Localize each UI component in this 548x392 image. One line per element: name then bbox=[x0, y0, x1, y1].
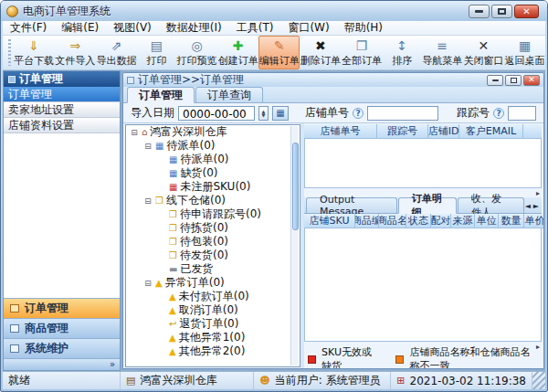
detail-tab-inactive[interactable]: Output Message bbox=[306, 197, 397, 213]
column-header[interactable]: 单价 bbox=[524, 214, 544, 228]
minimize-button[interactable] bbox=[469, 5, 490, 18]
menu-item[interactable]: 工具(T) bbox=[229, 20, 281, 36]
detail-tab-active[interactable]: 订单明细 bbox=[398, 197, 457, 214]
sidebar-item[interactable]: 卖家地址设置 bbox=[4, 102, 120, 118]
tree-node[interactable]: ↩退货订单(0) bbox=[126, 317, 300, 331]
scroll-right-icon[interactable]: ▸ bbox=[536, 189, 540, 197]
sidebar-nav-button[interactable]: 系统维护 bbox=[4, 338, 120, 358]
scrollbar-thumb[interactable] bbox=[292, 143, 299, 230]
toolbar-button-return-desktop[interactable]: ▦返回桌面 bbox=[504, 36, 545, 69]
tree-node[interactable]: ❒待包装(0) bbox=[126, 235, 300, 249]
column-header[interactable]: 跟踪号 bbox=[377, 124, 428, 139]
tree-node[interactable]: ▦待派单(0) bbox=[126, 153, 300, 166]
tab-scroll-right-icon[interactable]: ► bbox=[533, 202, 539, 210]
tree-scrollbar[interactable] bbox=[290, 126, 299, 366]
toolbar-button-file-import[interactable]: ⇒文件导入 bbox=[55, 36, 96, 69]
tab-scroll-left-icon[interactable]: ◄ bbox=[525, 202, 531, 210]
tree-node[interactable]: ▲其他异常1(0) bbox=[126, 331, 300, 344]
delete-order-icon: ✖ bbox=[315, 38, 326, 53]
tree-node[interactable]: ⊟⌂鸿富兴深圳仓库 bbox=[126, 125, 300, 139]
toolbar-button-delete-order[interactable]: ✖删除订单 bbox=[300, 36, 341, 69]
tree-node[interactable]: ❒待发货(0) bbox=[126, 249, 300, 262]
toolbar-button-all-orders[interactable]: ❐全部订单 bbox=[342, 36, 383, 69]
toolbar-button-edit-order[interactable]: ✎编辑订单 bbox=[258, 36, 300, 69]
expander-collapse-icon[interactable]: ⊟ bbox=[143, 279, 153, 288]
menu-item[interactable]: 帮助(H) bbox=[337, 20, 390, 36]
column-header[interactable]: 状态 bbox=[406, 214, 431, 228]
child-window-controls: ✕ bbox=[487, 75, 540, 86]
tree-node[interactable]: ▲取消订单(0) bbox=[126, 303, 300, 317]
column-header[interactable]: 来源 bbox=[451, 214, 475, 228]
import-date-input[interactable]: 0000-00-00 bbox=[178, 106, 255, 121]
shop-order-input[interactable] bbox=[367, 106, 438, 121]
toolbar-button-export-data[interactable]: ⇗导出数据 bbox=[96, 36, 137, 69]
child-minimize-button[interactable] bbox=[487, 75, 503, 86]
column-header[interactable]: 店铺单号 bbox=[304, 124, 377, 139]
column-header[interactable]: 客户EMAIL bbox=[459, 124, 523, 139]
tree-node[interactable]: ⊟▲异常订单(0) bbox=[126, 276, 300, 290]
expander-collapse-icon[interactable]: ⊟ bbox=[130, 128, 139, 137]
platform-download-icon: ⇓ bbox=[28, 38, 39, 53]
warehouse-icon: ⌂ bbox=[142, 128, 147, 137]
title-bar: 电商订单管理系统 bbox=[1, 1, 547, 21]
sidebar-nav-button[interactable]: 商品管理 bbox=[4, 318, 120, 338]
menu-item[interactable]: 视图(V) bbox=[106, 20, 159, 36]
tree-node[interactable]: ▬已发货 bbox=[126, 262, 300, 276]
calendar-button[interactable]: ▦ bbox=[272, 106, 289, 121]
detail-tab-strip: Output Message订单明细收、发件人◄► bbox=[304, 197, 542, 214]
toolbar-button-close-window[interactable]: ✕关闭窗口 bbox=[463, 36, 504, 69]
column-header[interactable]: 单位 bbox=[475, 214, 499, 228]
expander-collapse-icon[interactable]: ⊟ bbox=[143, 142, 153, 151]
column-header[interactable]: 商品编 bbox=[355, 214, 379, 228]
help-icon[interactable]: ? bbox=[353, 108, 364, 119]
column-header[interactable]: 店铺SKU bbox=[304, 214, 355, 228]
menu-item[interactable]: 编辑(E) bbox=[54, 20, 106, 36]
menu-item[interactable]: 数据处理(I) bbox=[159, 20, 229, 36]
sidebar-nav-button[interactable]: 订单管理 bbox=[4, 298, 120, 318]
date-spinner[interactable]: ▲▼ bbox=[258, 106, 269, 121]
tree-node[interactable]: ⊟▦待派单(0) bbox=[126, 139, 300, 153]
nav-button-icon bbox=[10, 324, 19, 333]
column-header[interactable]: 数量 bbox=[499, 214, 524, 228]
tree-node[interactable]: ❒待申请跟踪号(0) bbox=[126, 207, 300, 221]
resize-grip[interactable] bbox=[532, 372, 545, 389]
tracking-label: 跟踪号 bbox=[457, 105, 490, 121]
column-header[interactable]: 店铺ID bbox=[428, 124, 459, 139]
close-button[interactable]: ✕ bbox=[514, 5, 539, 18]
orders-table-header: 店铺单号跟踪号店铺ID客户EMAIL bbox=[304, 124, 542, 139]
sidebar-chevron-bar[interactable]: » bbox=[4, 358, 120, 370]
tree-node[interactable]: ❒待拣货(0) bbox=[126, 221, 300, 235]
tree-node[interactable]: ⊟❒线下仓储(0) bbox=[126, 194, 300, 207]
tree-node[interactable]: ▦缺货(0) bbox=[126, 166, 300, 180]
toolbar-button-nav-menu[interactable]: ≡导航菜单 bbox=[422, 36, 463, 69]
toolbar-button-print-preview[interactable]: ◎打印预览 bbox=[176, 36, 217, 69]
column-header[interactable]: 商品名 bbox=[379, 214, 406, 228]
toolbar-button-label: 全部订单 bbox=[342, 54, 382, 68]
child-maximize-button[interactable] bbox=[505, 75, 522, 86]
tracking-input[interactable] bbox=[508, 106, 536, 121]
nav-button-label: 订单管理 bbox=[25, 301, 68, 316]
column-header[interactable]: 配对 bbox=[431, 214, 451, 228]
tab-inactive[interactable]: 订单查询 bbox=[195, 87, 263, 102]
tree-node[interactable]: ▲未付款订单(0) bbox=[126, 290, 300, 303]
toolbar-button-sort[interactable]: ↕排序 bbox=[383, 36, 422, 69]
toolbar-button-print[interactable]: ▤打印 bbox=[137, 36, 176, 69]
maximize-button[interactable] bbox=[491, 5, 512, 18]
expander-collapse-icon[interactable]: ⊟ bbox=[143, 196, 153, 206]
tree-node-label: 其他异常2(0) bbox=[179, 344, 246, 359]
tree-node[interactable]: ▦未注册SKU(0) bbox=[126, 180, 300, 194]
tab-active[interactable]: 订单管理 bbox=[127, 87, 195, 103]
sidebar-item[interactable]: 订单管理 bbox=[4, 87, 120, 102]
toolbar-button-platform-download[interactable]: ⇓平台下载 bbox=[14, 36, 55, 69]
menu-item[interactable]: 文件(F) bbox=[3, 20, 54, 36]
menu-bar: 文件(F)编辑(E)视图(V)数据处理(I)工具(T)窗口(W)帮助(H) bbox=[3, 21, 545, 36]
close-icon: ✕ bbox=[522, 7, 530, 16]
child-close-button[interactable]: ✕ bbox=[523, 75, 540, 86]
menu-item[interactable]: 窗口(W) bbox=[280, 20, 336, 36]
user-icon: ☻ bbox=[259, 376, 269, 386]
detail-tab-inactive[interactable]: 收、发件人 bbox=[458, 197, 524, 213]
tree-node[interactable]: ▲其他异常2(0) bbox=[126, 344, 300, 358]
sidebar-item[interactable]: 店铺资料设置 bbox=[4, 118, 120, 133]
help-icon[interactable]: ? bbox=[493, 108, 504, 119]
toolbar-button-create-order[interactable]: ✚创建订单 bbox=[217, 36, 258, 69]
